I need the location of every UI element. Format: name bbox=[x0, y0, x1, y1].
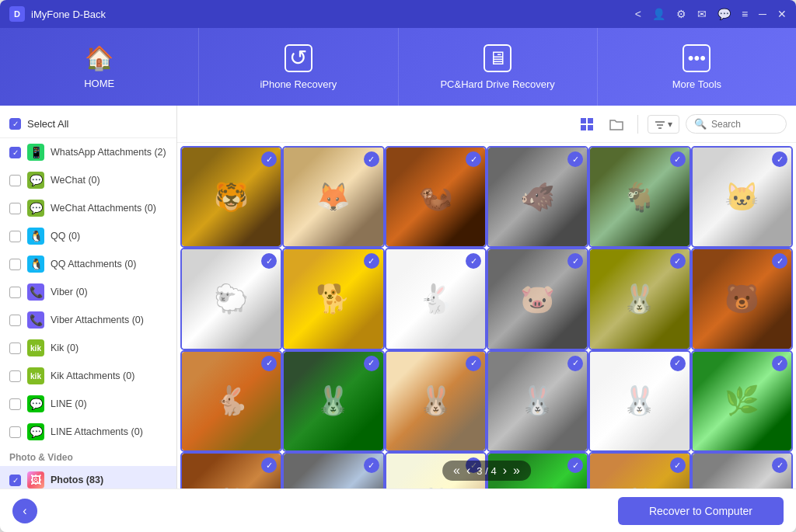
kik-attach-checkbox[interactable] bbox=[9, 370, 21, 382]
prev-page-button[interactable]: ‹ bbox=[466, 464, 470, 478]
viber-checkbox[interactable] bbox=[9, 287, 21, 298]
qq-checkbox[interactable] bbox=[9, 231, 21, 242]
select-all-checkbox[interactable]: ✓ bbox=[9, 118, 21, 130]
line-attach-icon: 💬 bbox=[27, 423, 44, 440]
line-label: LINE (0) bbox=[51, 398, 167, 409]
title-bar-controls: < 👤 ⚙ ✉ 💬 ≡ ─ ✕ bbox=[635, 8, 787, 20]
grid-view-button[interactable] bbox=[575, 113, 599, 136]
nav-pc-recovery-label: PC&Hard Drive Recovery bbox=[440, 78, 554, 90]
app-window: D iMyFone D-Back < 👤 ⚙ ✉ 💬 ≡ ─ ✕ 🏠 HOME … bbox=[0, 0, 796, 532]
filter-button[interactable]: ▾ bbox=[648, 115, 679, 134]
photo-cell[interactable]: 🐰 ✓ bbox=[693, 454, 791, 489]
sidebar-item-qq-attach[interactable]: 🐧 QQ Attachments (0) bbox=[0, 250, 176, 278]
photo-check-icon: ✓ bbox=[670, 253, 686, 269]
sidebar-item-viber-attach[interactable]: 📞 Viber Attachments (0) bbox=[0, 306, 176, 334]
folder-view-button[interactable] bbox=[605, 113, 628, 136]
search-icon: 🔍 bbox=[694, 118, 707, 130]
sidebar-item-whatsapp[interactable]: ✓ 📱 WhatsApp Attachments (2) bbox=[0, 138, 176, 166]
photo-check-icon: ✓ bbox=[364, 457, 379, 473]
menu-icon[interactable]: ≡ bbox=[742, 8, 748, 20]
last-page-button[interactable]: » bbox=[513, 464, 520, 478]
mail-icon[interactable]: ✉ bbox=[697, 8, 707, 20]
sidebar-item-line-attach[interactable]: 💬 LINE Attachments (0) bbox=[0, 418, 176, 446]
iphone-recovery-icon: ↺ bbox=[285, 44, 312, 72]
kik-checkbox[interactable] bbox=[9, 342, 21, 354]
photo-check-icon: ✓ bbox=[670, 356, 686, 371]
photo-cell[interactable]: 🦦 ✓ bbox=[386, 148, 485, 246]
line-checkbox[interactable] bbox=[9, 398, 21, 410]
photo-cell[interactable]: 🐰 ✓ bbox=[386, 352, 485, 450]
nav-more-tools[interactable]: ••• More Tools bbox=[598, 28, 796, 106]
line-attach-checkbox[interactable] bbox=[9, 426, 21, 438]
sidebar-item-line[interactable]: 💬 LINE (0) bbox=[0, 390, 176, 418]
nav-home[interactable]: 🏠 HOME bbox=[0, 28, 199, 106]
first-page-button[interactable]: « bbox=[453, 464, 460, 478]
next-page-button[interactable]: › bbox=[503, 464, 507, 478]
sidebar: ✓ Select All ✓ 📱 WhatsApp Attachments (2… bbox=[0, 106, 177, 489]
photo-toolbar: ▾ 🔍 bbox=[177, 106, 796, 143]
photo-cell[interactable]: 🦊 ✓ bbox=[284, 148, 382, 246]
back-button[interactable]: ‹ bbox=[12, 499, 37, 523]
sidebar-item-viber[interactable]: 📞 Viber (0) bbox=[0, 278, 176, 306]
settings-icon[interactable]: ⚙ bbox=[676, 8, 686, 20]
wechat-attach-checkbox[interactable] bbox=[9, 203, 21, 214]
viber-attach-checkbox[interactable] bbox=[9, 315, 21, 326]
recover-button[interactable]: Recover to Computer bbox=[618, 497, 784, 525]
toolbar-divider bbox=[637, 115, 638, 134]
photo-cell[interactable]: 🐰 ✓ bbox=[590, 352, 689, 450]
photo-cell[interactable]: 🐐 ✓ bbox=[590, 148, 689, 246]
sidebar-item-wechat-attach[interactable]: 💬 WeChat Attachments (0) bbox=[0, 194, 176, 222]
photo-cell[interactable]: 🐻 ✓ bbox=[693, 249, 791, 348]
bottom-bar: ‹ Recover to Computer bbox=[0, 489, 796, 532]
photo-cell[interactable]: 🐯 ✓ bbox=[182, 148, 281, 246]
chat-icon[interactable]: 💬 bbox=[717, 8, 731, 20]
photo-area: ▾ 🔍 🐯 ✓ 🦊 ✓ 🦦 bbox=[177, 106, 796, 489]
photo-cell[interactable]: 🐰 ✓ bbox=[590, 454, 689, 489]
close-icon[interactable]: ✕ bbox=[777, 8, 787, 20]
minimize-icon[interactable]: ─ bbox=[759, 8, 766, 20]
photo-cell[interactable]: 🐇 ✓ bbox=[386, 249, 485, 348]
app-title: iMyFone D-Back bbox=[31, 9, 106, 20]
search-input[interactable] bbox=[711, 119, 781, 130]
photo-check-icon: ✓ bbox=[772, 356, 787, 371]
sidebar-item-qq[interactable]: 🐧 QQ (0) bbox=[0, 222, 176, 250]
photos-checkbox[interactable]: ✓ bbox=[9, 475, 21, 486]
pagination-overlay: « ‹ 3 / 4 › » bbox=[442, 461, 531, 481]
photo-cell[interactable]: 🐇 ✓ bbox=[182, 352, 281, 450]
kik-attach-label: Kik Attachments (0) bbox=[51, 370, 167, 381]
photo-check-icon: ✓ bbox=[772, 151, 787, 167]
photo-cell[interactable]: 🐰 ✓ bbox=[182, 454, 281, 489]
page-indicator: 3 / 4 bbox=[477, 465, 496, 477]
photo-cell[interactable]: 🐑 ✓ bbox=[182, 249, 281, 348]
line-icon: 💬 bbox=[27, 395, 44, 412]
sidebar-item-kik[interactable]: kik Kik (0) bbox=[0, 334, 176, 362]
photo-cell[interactable]: 🐰 ✓ bbox=[488, 352, 587, 450]
pc-recovery-icon: 🖥 bbox=[484, 44, 511, 72]
photo-cell[interactable]: 🌿 ✓ bbox=[693, 352, 791, 450]
photo-check-icon: ✓ bbox=[364, 151, 379, 167]
photo-cell[interactable]: 🐗 ✓ bbox=[488, 148, 587, 246]
nav-iphone-recovery[interactable]: ↺ iPhone Recovery bbox=[199, 28, 398, 106]
user-icon[interactable]: 👤 bbox=[652, 8, 665, 20]
select-all-row[interactable]: ✓ Select All bbox=[0, 112, 176, 138]
share-icon[interactable]: < bbox=[635, 8, 641, 20]
whatsapp-checkbox[interactable]: ✓ bbox=[9, 147, 21, 158]
photo-check-icon: ✓ bbox=[670, 151, 686, 167]
photo-cell[interactable]: 🐰 ✓ bbox=[284, 352, 382, 450]
wechat-checkbox[interactable] bbox=[9, 175, 21, 186]
wechat-attach-icon: 💬 bbox=[27, 200, 44, 217]
sidebar-item-wechat[interactable]: 💬 WeChat (0) bbox=[0, 166, 176, 194]
sidebar-item-photos[interactable]: ✓ 🖼 Photos (83) bbox=[0, 466, 176, 489]
photo-check-icon: ✓ bbox=[364, 253, 379, 269]
section-photo-video: Photo & Video bbox=[0, 446, 176, 466]
photo-cell[interactable]: 🐱 ✓ bbox=[693, 148, 791, 246]
photo-cell[interactable]: 🐷 ✓ bbox=[488, 249, 587, 348]
qq-attach-checkbox[interactable] bbox=[9, 259, 21, 270]
photo-cell[interactable]: 🐕 ✓ bbox=[284, 249, 382, 348]
photo-cell[interactable]: 🐰 ✓ bbox=[590, 249, 689, 348]
photo-cell[interactable]: 🐇 ✓ bbox=[284, 454, 382, 489]
svg-rect-2 bbox=[581, 125, 586, 130]
wechat-attach-label: WeChat Attachments (0) bbox=[51, 203, 167, 214]
sidebar-item-kik-attach[interactable]: kik Kik Attachments (0) bbox=[0, 362, 176, 390]
nav-pc-harddrive[interactable]: 🖥 PC&Hard Drive Recovery bbox=[399, 28, 598, 106]
